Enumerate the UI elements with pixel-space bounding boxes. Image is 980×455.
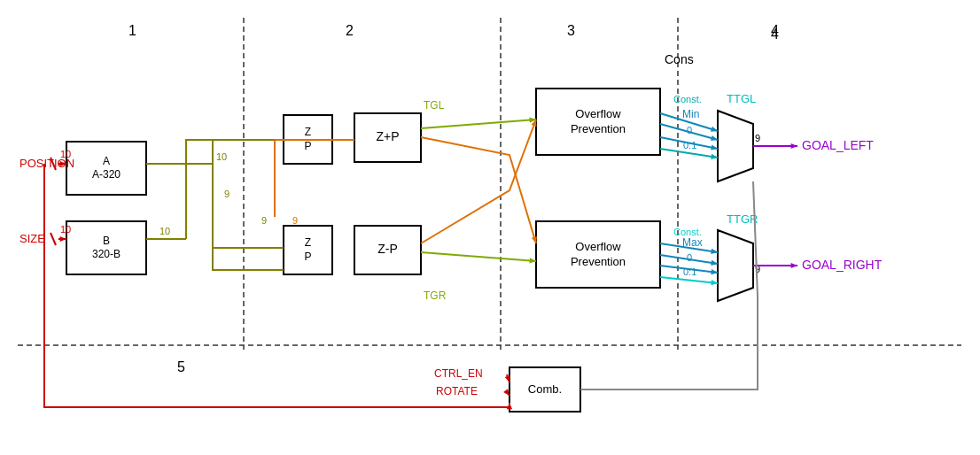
- diagram-canvas: [0, 0, 980, 455]
